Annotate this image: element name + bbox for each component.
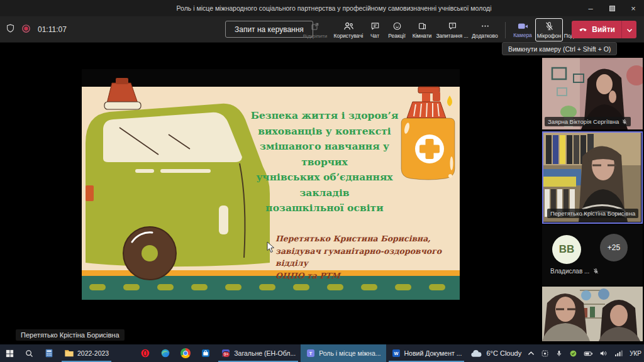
- folder-icon: [64, 349, 74, 358]
- participant-video-4[interactable]: [542, 287, 643, 341]
- search-icon: [25, 349, 34, 358]
- chrome-icon: [180, 348, 191, 358]
- weather-widget[interactable]: 6°C Cloudy: [467, 344, 525, 362]
- taskbar-word-window[interactable]: W Новий Документ ...: [386, 344, 467, 362]
- maximize-button[interactable]: [601, 0, 623, 16]
- battery-icon: [584, 350, 593, 357]
- camera-button[interactable]: Камера: [510, 18, 535, 41]
- tray-microphone-icon[interactable]: [552, 344, 566, 362]
- overflow-participants-badge[interactable]: +25: [600, 234, 628, 261]
- tray-antivirus-icon[interactable]: [566, 344, 580, 362]
- close-button[interactable]: ×: [623, 0, 644, 16]
- unpin-button[interactable]: Відкріпити: [301, 18, 330, 41]
- shared-presentation-slide: Безпека життя і здоров’я вихованців у ко…: [82, 69, 460, 300]
- edge-icon: [160, 348, 170, 358]
- network-signal-icon: [614, 350, 623, 357]
- qna-button[interactable]: Запитання ...: [435, 18, 469, 41]
- shield-icon: [5, 23, 16, 36]
- taskbar-edge-button[interactable]: [155, 344, 175, 362]
- taskbar-teams-channel-window[interactable]: T 9+ Загальне (ЕН-Обл...: [216, 344, 301, 362]
- word-icon: W: [391, 348, 401, 358]
- taskbar-active-meeting-window[interactable]: T Роль і місце міжна...: [301, 344, 386, 362]
- teams-icon-wrap: T 9+: [221, 348, 231, 358]
- rooms-button[interactable]: Кімнати: [409, 18, 435, 41]
- leave-split-button: Вийти: [572, 21, 636, 38]
- shield-status-icon: [569, 349, 577, 358]
- meeting-stage: Безпека життя і здоров’я вихованців у ко…: [0, 43, 644, 344]
- system-tray: 6°C Cloudy УКР: [467, 344, 644, 362]
- leave-options-button[interactable]: [621, 21, 636, 38]
- meeting-toolbar: 01:11:07 Запит на керування Відкріпити К…: [0, 16, 644, 43]
- participant-video-1[interactable]: Заярна Вікторія Сергіївна: [542, 58, 643, 129]
- participant-3-name-label: Владислав ...: [550, 268, 599, 275]
- slide-author: Перетятько Кристина Борисівна, завідувач…: [275, 233, 460, 282]
- more-label: Додатково: [472, 33, 497, 39]
- weather-label: 6°C Cloudy: [486, 349, 521, 357]
- tray-expand-button[interactable]: [525, 344, 538, 362]
- camera-icon: [517, 21, 529, 32]
- active-meeting-window-label: Роль і місце міжна...: [319, 349, 380, 357]
- meeting-status: 01:11:07: [5, 16, 67, 43]
- participants-button[interactable]: Користувачі: [332, 18, 365, 41]
- window-controls: – ×: [580, 0, 644, 16]
- chat-button[interactable]: Чат: [365, 18, 385, 41]
- taskbar-opera-button[interactable]: [135, 344, 155, 362]
- taskbar-folder-window[interactable]: 2022-2023: [59, 344, 114, 362]
- request-control-button[interactable]: Запит на керування: [225, 21, 313, 38]
- meeting-timer: 01:11:07: [38, 25, 67, 34]
- tray-network-icon[interactable]: [611, 344, 626, 362]
- leave-button[interactable]: Вийти: [572, 21, 621, 38]
- teams-meeting-window: Роль і місце міжнародного соціального па…: [0, 0, 644, 362]
- participant-4-video-feed: [542, 287, 643, 341]
- tray-teams-icon[interactable]: [538, 344, 552, 362]
- windows-logo-icon: [5, 349, 14, 358]
- taskbar-chrome-button[interactable]: [175, 344, 196, 362]
- participant-2-name-label: Перетятько Крістіна Борисівна: [547, 209, 638, 218]
- camera-label: Камера: [513, 33, 532, 38]
- rooms-label: Кімнати: [413, 33, 432, 39]
- participants-label: Користувачі: [334, 33, 364, 39]
- teams-channel-window-label: Загальне (ЕН-Обл...: [234, 349, 296, 357]
- chevron-down-icon: [626, 24, 633, 35]
- language-indicator[interactable]: УКР: [626, 350, 644, 357]
- tray-volume-icon[interactable]: [596, 344, 611, 362]
- maximize-icon: [609, 6, 615, 11]
- participant-3-avatar: ВВ: [552, 235, 581, 264]
- more-button[interactable]: Додатково: [469, 18, 501, 41]
- reactions-label: Реакції: [388, 33, 406, 39]
- more-icon: [480, 21, 491, 33]
- leave-label: Вийти: [592, 25, 615, 34]
- participant-video-2[interactable]: Перетятько Крістіна Борисівна: [542, 131, 643, 224]
- minimize-button[interactable]: –: [580, 0, 601, 16]
- microphone-icon: [555, 349, 563, 358]
- calculator-icon: [44, 348, 54, 358]
- recording-icon: [21, 23, 31, 36]
- hangup-icon: [578, 24, 588, 36]
- microphone-muted-icon: [544, 21, 555, 33]
- toolbar-button-group: Користувачі Чат Реакції Кімнати Запитанн…: [332, 18, 593, 42]
- microphone-button[interactable]: Мікрофон: [535, 18, 563, 41]
- taskbar-store-button[interactable]: [196, 344, 216, 362]
- unpin-label: Відкріпити: [303, 33, 327, 39]
- teams-icon: T: [306, 348, 316, 358]
- qna-icon: [447, 21, 458, 33]
- start-button[interactable]: [0, 344, 19, 362]
- reactions-icon: [392, 21, 402, 33]
- toolbar-divider: [505, 22, 506, 38]
- taskbar-calculator-button[interactable]: [39, 344, 59, 362]
- participants-icon: [343, 21, 355, 33]
- microphone-label: Мікрофон: [537, 33, 562, 39]
- window-titlebar: Роль і місце міжнародного соціального па…: [0, 0, 644, 16]
- chevron-up-icon: [528, 351, 535, 356]
- cloud-icon: [470, 349, 482, 358]
- tray-battery-icon[interactable]: [580, 344, 596, 362]
- qna-label: Запитання ...: [436, 33, 468, 39]
- rooms-icon: [417, 21, 428, 33]
- taskbar-search-button[interactable]: [19, 344, 39, 362]
- speaker-icon: [599, 349, 608, 357]
- participant-avatars-tile[interactable]: ВВ +25 Владислав ...: [542, 225, 643, 286]
- participant-1-name: Заярна Вікторія Сергіївна: [548, 118, 619, 125]
- folder-window-label: 2022-2023: [77, 349, 109, 357]
- reactions-button[interactable]: Реакції: [385, 18, 409, 41]
- svg-text:W: W: [394, 351, 398, 356]
